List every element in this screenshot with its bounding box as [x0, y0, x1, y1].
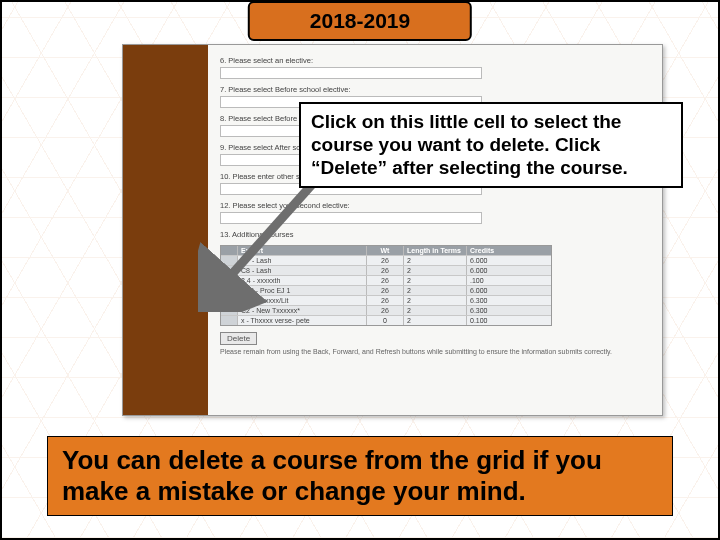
- table-row: C8 - Lash2626.000: [221, 265, 551, 275]
- course-grid: Export Wt Length in Terms Credits C7 - L…: [220, 245, 552, 326]
- cell-credits: 6.300: [467, 296, 551, 305]
- cell-course: C2 - New Txxxxxx*: [238, 306, 367, 315]
- instruction-text: Click on this little cell to select the …: [311, 110, 671, 180]
- row-selector-cell[interactable]: [221, 266, 238, 275]
- table-row: C15 - Proc EJ 12626.000: [221, 285, 551, 295]
- cell-credits: 0.100: [467, 316, 551, 325]
- table-row: C1 - Chxxxx/Lit2626.300: [221, 295, 551, 305]
- cell-wt: 26: [367, 296, 404, 305]
- cell-wt: 26: [367, 256, 404, 265]
- cell-course: C15 - Proc EJ 1: [238, 286, 367, 295]
- app-window: 6. Please select an elective: 7. Please …: [122, 44, 663, 416]
- table-row: x - Thxxxx verse- pete020.100: [221, 315, 551, 325]
- row-selector-cell[interactable]: [221, 306, 238, 315]
- cell-wt: 0: [367, 316, 404, 325]
- cell-course: C7 - Lash: [238, 256, 367, 265]
- q6-input[interactable]: [220, 67, 482, 79]
- cell-length: 2: [404, 306, 467, 315]
- bottom-banner: You can delete a course from the grid if…: [47, 436, 673, 516]
- cell-wt: 26: [367, 306, 404, 315]
- cell-credits: 6.300: [467, 306, 551, 315]
- cell-wt: 26: [367, 286, 404, 295]
- table-row: 3.4 - xxxxxth262.100: [221, 275, 551, 285]
- slide: 2018-2019 6. Please select an elective: …: [0, 0, 720, 540]
- q6-label: 6. Please select an elective:: [220, 56, 650, 65]
- title-bar: 2018-2019: [248, 1, 472, 41]
- q12-label: 12. Please select your second elective:: [220, 201, 650, 210]
- year-label: 2018-2019: [310, 9, 410, 32]
- cell-credits: 6.000: [467, 256, 551, 265]
- col-length: Length in Terms: [404, 246, 467, 255]
- q13-label: 13. Additional courses: [220, 230, 650, 239]
- window-body: 6. Please select an elective: 7. Please …: [208, 45, 662, 415]
- instruction-callout: Click on this little cell to select the …: [299, 102, 683, 188]
- col-course: Export: [238, 246, 367, 255]
- cell-wt: 26: [367, 276, 404, 285]
- cell-length: 2: [404, 276, 467, 285]
- selector-header: [221, 246, 238, 255]
- cell-course: x - Thxxxx verse- pete: [238, 316, 367, 325]
- cell-wt: 26: [367, 266, 404, 275]
- row-selector-cell[interactable]: [221, 256, 238, 265]
- table-row: C7 - Lash2626.000: [221, 255, 551, 265]
- cell-length: 2: [404, 266, 467, 275]
- delete-button[interactable]: Delete: [220, 332, 257, 345]
- cell-length: 2: [404, 256, 467, 265]
- table-row: C2 - New Txxxxxx*2626.300: [221, 305, 551, 315]
- col-credits: Credits: [467, 246, 551, 255]
- row-selector-cell[interactable]: [221, 296, 238, 305]
- col-wt: Wt: [367, 246, 404, 255]
- row-selector-cell[interactable]: [221, 316, 238, 325]
- q7-label: 7. Please select Before school elective:: [220, 85, 650, 94]
- cell-credits: 6.000: [467, 286, 551, 295]
- submit-hint: Please remain from using the Back, Forwa…: [220, 348, 650, 355]
- cell-course: C1 - Chxxxx/Lit: [238, 296, 367, 305]
- cell-course: 3.4 - xxxxxth: [238, 276, 367, 285]
- cell-length: 2: [404, 286, 467, 295]
- cell-length: 2: [404, 316, 467, 325]
- q12-input[interactable]: [220, 212, 482, 224]
- cell-credits: .100: [467, 276, 551, 285]
- cell-credits: 6.000: [467, 266, 551, 275]
- window-sidebar: [123, 45, 208, 415]
- banner-text: You can delete a course from the grid if…: [62, 445, 658, 507]
- row-selector-cell[interactable]: [221, 276, 238, 285]
- cell-length: 2: [404, 296, 467, 305]
- cell-course: C8 - Lash: [238, 266, 367, 275]
- row-selector-cell[interactable]: [221, 286, 238, 295]
- grid-header: Export Wt Length in Terms Credits: [221, 246, 551, 255]
